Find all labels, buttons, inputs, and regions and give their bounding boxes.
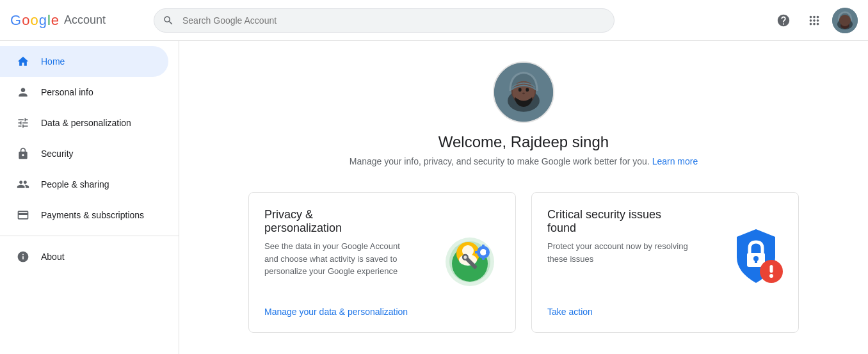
person-icon bbox=[15, 84, 31, 100]
info-icon bbox=[15, 249, 31, 264]
sidebar-about-label: About bbox=[41, 252, 65, 262]
privacy-card-desc: See the data in your Google Account and … bbox=[264, 240, 405, 278]
logo-area[interactable]: Google Account bbox=[10, 12, 138, 29]
privacy-illustration bbox=[435, 220, 505, 291]
security-card: Critical security issues found Protect y… bbox=[531, 192, 799, 333]
lock-icon bbox=[15, 146, 31, 161]
tune-icon bbox=[15, 115, 31, 131]
security-illustration bbox=[724, 224, 788, 288]
svg-point-12 bbox=[526, 88, 529, 92]
sidebar-item-personal-info[interactable]: Personal info bbox=[0, 77, 168, 108]
main-content: Welcome, Rajdeep singh Manage your info,… bbox=[179, 41, 868, 354]
sidebar-item-data-personalization[interactable]: Data & personalization bbox=[0, 108, 168, 138]
search-icon bbox=[163, 15, 174, 26]
sidebar: Home Personal info Data & personalizatio… bbox=[0, 41, 179, 354]
home-icon bbox=[15, 54, 31, 69]
welcome-text: Welcome, Rajdeep singh bbox=[438, 133, 609, 151]
sidebar-item-payments[interactable]: Payments & subscriptions bbox=[0, 200, 168, 230]
logo-o2: o bbox=[30, 12, 38, 29]
profile-section: Welcome, Rajdeep singh Manage your info,… bbox=[350, 61, 698, 166]
privacy-card-link[interactable]: Manage your data & personalization bbox=[264, 296, 500, 317]
svg-point-5 bbox=[840, 19, 849, 26]
sidebar-item-about[interactable]: About bbox=[0, 241, 168, 272]
security-card-link[interactable]: Take action bbox=[547, 296, 783, 317]
security-card-desc: Protect your account now by resolving th… bbox=[547, 240, 688, 265]
svg-rect-26 bbox=[482, 257, 485, 260]
sidebar-security-label: Security bbox=[41, 149, 74, 159]
subtitle: Manage your info, privacy, and security … bbox=[350, 156, 698, 166]
svg-rect-31 bbox=[755, 259, 757, 263]
subtitle-text: Manage your info, privacy, and security … bbox=[350, 156, 650, 166]
sidebar-payments-label: Payments & subscriptions bbox=[41, 210, 144, 220]
product-name: Account bbox=[64, 13, 106, 27]
svg-rect-33 bbox=[770, 265, 773, 273]
apps-button[interactable] bbox=[801, 8, 827, 33]
sidebar-item-security[interactable]: Security bbox=[0, 138, 168, 169]
svg-point-24 bbox=[480, 249, 486, 255]
search-input[interactable] bbox=[154, 8, 615, 33]
sidebar-people-label: People & sharing bbox=[41, 179, 109, 189]
sidebar-home-label: Home bbox=[41, 56, 65, 67]
google-logo: Google bbox=[10, 12, 59, 29]
sidebar-data-label: Data & personalization bbox=[41, 118, 131, 128]
svg-rect-28 bbox=[486, 251, 489, 253]
payment-icon bbox=[15, 207, 31, 223]
search-bar bbox=[154, 8, 615, 33]
logo-e: e bbox=[51, 12, 59, 29]
group-icon bbox=[15, 177, 31, 192]
logo-l: l bbox=[47, 12, 51, 29]
app-header: Google Account bbox=[0, 0, 868, 41]
sidebar-personal-info-label: Personal info bbox=[41, 87, 93, 97]
svg-point-34 bbox=[769, 274, 773, 278]
sidebar-divider bbox=[0, 236, 179, 236]
logo-o1: o bbox=[22, 12, 29, 29]
security-card-title: Critical security issues found bbox=[547, 208, 675, 235]
logo-g: G bbox=[10, 12, 21, 29]
svg-point-11 bbox=[518, 88, 522, 92]
learn-more-link[interactable]: Learn more bbox=[652, 156, 698, 166]
header-actions bbox=[771, 8, 858, 33]
cards-row: Privacy & personalization See the data i… bbox=[248, 192, 799, 333]
sidebar-item-home[interactable]: Home bbox=[0, 46, 168, 77]
privacy-card-title: Privacy & personalization bbox=[264, 208, 392, 235]
avatar[interactable] bbox=[832, 8, 858, 33]
main-layout: Home Personal info Data & personalizatio… bbox=[0, 41, 868, 354]
profile-avatar bbox=[493, 61, 554, 123]
svg-point-13 bbox=[522, 92, 525, 94]
help-button[interactable] bbox=[771, 8, 796, 33]
svg-rect-25 bbox=[482, 245, 485, 248]
privacy-card: Privacy & personalization See the data i… bbox=[248, 192, 516, 333]
sidebar-item-people-sharing[interactable]: People & sharing bbox=[0, 169, 168, 200]
logo-g2: g bbox=[39, 12, 47, 29]
svg-rect-27 bbox=[475, 251, 478, 253]
